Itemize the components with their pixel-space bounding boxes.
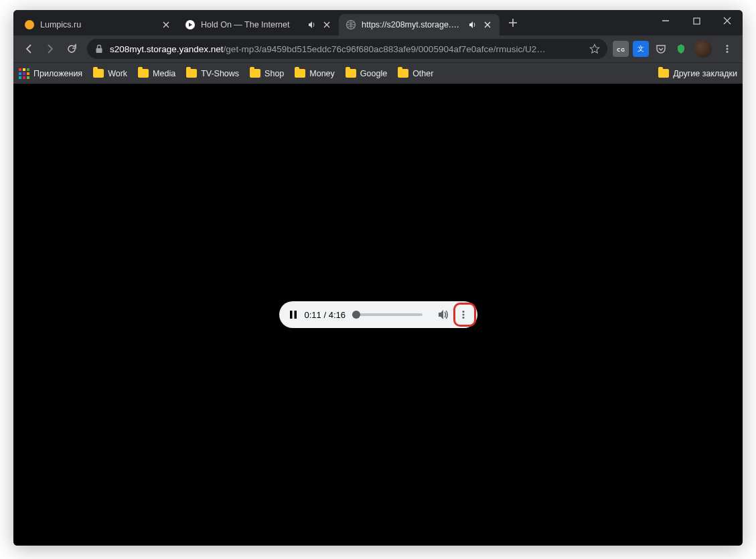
bookmark-folder-money[interactable]: Money <box>295 69 335 78</box>
tab-title: Hold On — The Internet <box>201 20 303 29</box>
bookmark-label: TV-Shows <box>201 69 239 78</box>
svg-rect-4 <box>694 18 700 24</box>
apps-label: Приложения <box>33 69 82 78</box>
bookmark-folder-media[interactable]: Media <box>138 69 175 78</box>
audio-player: 0:11 / 4:16 <box>279 301 477 328</box>
extension-translate-icon[interactable]: 文 <box>633 41 649 57</box>
address-bar[interactable]: s208myt.storage.yandex.net/get-mp3/a9459… <box>87 39 607 59</box>
folder-icon <box>295 69 305 78</box>
bookmark-folder-other[interactable]: Other <box>398 69 433 78</box>
folder-icon <box>138 69 149 78</box>
toolbar: s208myt.storage.yandex.net/get-mp3/a9459… <box>13 35 743 62</box>
favicon-play <box>185 19 196 30</box>
extensions-row: ᴄɢ 文 <box>613 41 689 57</box>
svg-point-6 <box>727 45 729 47</box>
tab-lumpics[interactable]: Lumpics.ru <box>17 14 178 35</box>
svg-point-13 <box>462 317 464 319</box>
page-content: 0:11 / 4:16 <box>13 84 743 546</box>
bookmark-label: Work <box>108 69 127 78</box>
other-bookmarks-button[interactable]: Другие закладки <box>658 69 737 78</box>
tab-title: Lumpics.ru <box>40 20 157 29</box>
bookmark-label: Google <box>360 69 387 78</box>
current-time: 0:11 <box>305 310 321 320</box>
bookmark-folder-google[interactable]: Google <box>346 69 387 78</box>
url-host: s208myt.storage.yandex.net <box>110 44 224 54</box>
bookmarks-bar: Приложения Work Media TV-Shows Shop Mone… <box>13 62 743 84</box>
browser-window: Lumpics.ru Hold On — The Internet https:… <box>13 10 743 546</box>
lock-icon <box>94 44 104 54</box>
bookmark-folder-work[interactable]: Work <box>93 69 127 78</box>
player-menu-button[interactable] <box>453 305 473 325</box>
tab-strip: Lumpics.ru Hold On — The Internet https:… <box>13 10 743 35</box>
new-tab-button[interactable] <box>504 13 522 32</box>
apps-button[interactable]: Приложения <box>19 68 82 79</box>
url-text: s208myt.storage.yandex.net/get-mp3/a9459… <box>110 44 585 54</box>
folder-icon <box>93 69 104 78</box>
seek-thumb[interactable] <box>352 311 360 319</box>
folder-icon <box>250 69 260 78</box>
svg-point-0 <box>25 20 34 29</box>
volume-button[interactable] <box>433 305 453 325</box>
tab-title: https://s208myt.storage.yanc <box>362 20 463 29</box>
back-button[interactable] <box>19 39 39 59</box>
extension-1-icon[interactable]: ᴄɢ <box>613 41 629 57</box>
extension-green-icon[interactable] <box>673 41 689 57</box>
favicon-lumpics <box>24 19 35 30</box>
window-controls <box>650 10 743 35</box>
close-tab-icon[interactable] <box>321 19 332 30</box>
audio-playing-icon[interactable] <box>307 19 317 30</box>
maximize-button[interactable] <box>681 10 712 31</box>
svg-rect-10 <box>294 311 297 319</box>
close-window-button[interactable] <box>712 10 743 31</box>
bookmark-folder-tvshows[interactable]: TV-Shows <box>186 69 239 78</box>
folder-icon <box>658 69 669 78</box>
reload-button[interactable] <box>62 39 82 59</box>
folder-icon <box>398 69 408 78</box>
tab-storage[interactable]: https://s208myt.storage.yanc <box>339 14 500 35</box>
profile-avatar[interactable] <box>694 40 712 58</box>
player-time: 0:11 / 4:16 <box>305 310 346 320</box>
close-tab-icon[interactable] <box>161 19 171 30</box>
svg-point-8 <box>727 51 729 53</box>
duration: 4:16 <box>329 310 346 320</box>
bookmark-label: Other <box>412 69 433 78</box>
svg-point-7 <box>727 48 729 50</box>
pause-button[interactable] <box>283 305 303 325</box>
svg-point-12 <box>462 313 464 315</box>
audio-playing-icon[interactable] <box>467 19 478 30</box>
other-bookmarks-label: Другие закладки <box>673 69 737 78</box>
bookmark-label: Shop <box>264 69 284 78</box>
forward-button[interactable] <box>40 39 60 59</box>
svg-rect-5 <box>96 48 102 53</box>
browser-menu-button[interactable] <box>717 39 737 59</box>
svg-rect-9 <box>290 311 293 319</box>
apps-grid-icon <box>19 68 29 79</box>
seek-slider[interactable] <box>352 313 423 316</box>
close-tab-icon[interactable] <box>482 19 493 30</box>
bookmark-folder-shop[interactable]: Shop <box>250 69 284 78</box>
minimize-button[interactable] <box>650 10 681 31</box>
favicon-globe <box>346 19 356 30</box>
tab-holdon[interactable]: Hold On — The Internet <box>178 14 339 35</box>
folder-icon <box>186 69 197 78</box>
bookmark-label: Money <box>309 69 335 78</box>
bookmark-label: Media <box>153 69 175 78</box>
extension-pocket-icon[interactable] <box>653 41 669 57</box>
svg-point-11 <box>462 311 464 313</box>
url-path: /get-mp3/a9459bd515eddc76c96f680ac883afe… <box>224 44 546 54</box>
folder-icon <box>346 69 356 78</box>
bookmark-star-icon[interactable] <box>589 43 601 55</box>
